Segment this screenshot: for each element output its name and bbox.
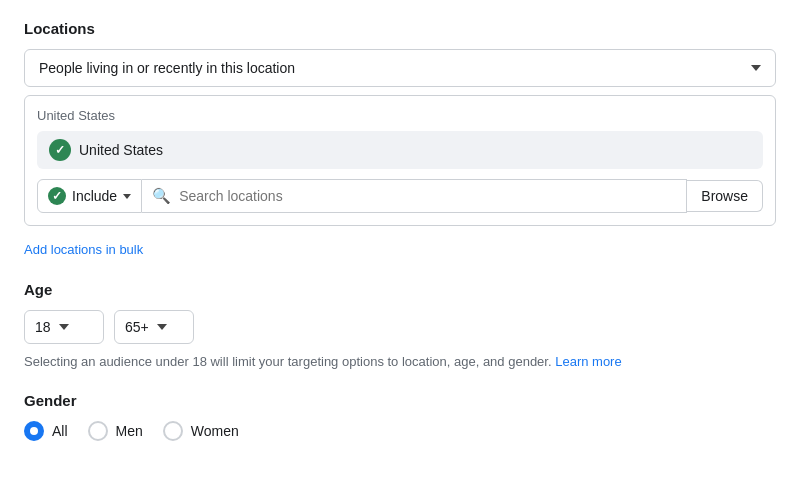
age-note-text: Selecting an audience under 18 will limi… <box>24 354 552 369</box>
max-age-dropdown[interactable]: 65+ <box>114 310 194 344</box>
browse-button[interactable]: Browse <box>687 180 763 212</box>
location-box: United States United States Include 🔍 Br… <box>24 95 776 226</box>
learn-more-link[interactable]: Learn more <box>555 354 621 369</box>
include-label: Include <box>72 188 117 204</box>
include-shield-icon <box>48 187 66 205</box>
radio-women[interactable] <box>163 421 183 441</box>
gender-row: All Men Women <box>24 421 776 441</box>
radio-men[interactable] <box>88 421 108 441</box>
gender-all-label: All <box>52 423 68 439</box>
gender-men-label: Men <box>116 423 143 439</box>
gender-title: Gender <box>24 392 776 409</box>
age-row: 18 65+ <box>24 310 776 344</box>
search-locations-input[interactable] <box>179 188 676 204</box>
age-section: Age 18 65+ Selecting an audience under 1… <box>24 281 776 372</box>
search-icon: 🔍 <box>152 187 171 205</box>
min-age-dropdown[interactable]: 18 <box>24 310 104 344</box>
locations-title: Locations <box>24 20 776 37</box>
gender-option-women[interactable]: Women <box>163 421 239 441</box>
add-locations-bulk-link[interactable]: Add locations in bulk <box>24 242 143 257</box>
gender-section: Gender All Men Women <box>24 392 776 441</box>
gender-option-all[interactable]: All <box>24 421 68 441</box>
country-label: United States <box>37 108 763 123</box>
radio-all[interactable] <box>24 421 44 441</box>
gender-women-label: Women <box>191 423 239 439</box>
min-age-value: 18 <box>35 319 51 335</box>
include-button[interactable]: Include <box>37 179 142 213</box>
include-row: Include 🔍 Browse <box>37 179 763 213</box>
search-box: 🔍 <box>142 179 687 213</box>
gender-option-men[interactable]: Men <box>88 421 143 441</box>
include-chevron-icon <box>123 194 131 199</box>
min-age-chevron-icon <box>59 324 69 330</box>
location-tag-text: United States <box>79 142 163 158</box>
locations-section: Locations People living in or recently i… <box>24 20 776 257</box>
age-title: Age <box>24 281 776 298</box>
location-type-dropdown[interactable]: People living in or recently in this loc… <box>24 49 776 87</box>
max-age-chevron-icon <box>157 324 167 330</box>
chevron-down-icon <box>751 65 761 71</box>
location-tag: United States <box>37 131 763 169</box>
age-note: Selecting an audience under 18 will limi… <box>24 352 776 372</box>
shield-check-icon <box>49 139 71 161</box>
max-age-value: 65+ <box>125 319 149 335</box>
location-type-label: People living in or recently in this loc… <box>39 60 295 76</box>
